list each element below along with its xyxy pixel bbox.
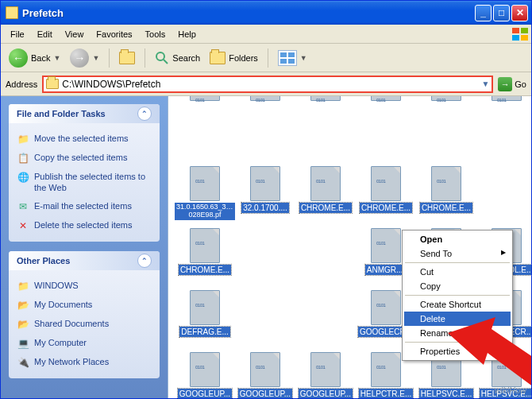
file-item[interactable] [478, 104, 531, 161]
file-item[interactable] [478, 166, 531, 223]
sidebar: File and Folder Tasks ⌃ 📁Move the select… [1, 96, 168, 398]
up-button[interactable] [116, 50, 138, 66]
minimize-button[interactable]: _ [475, 5, 492, 21]
place-item[interactable]: 💻My Computer [17, 334, 152, 353]
file-item[interactable]: CHROME.E... [418, 166, 475, 223]
context-menu-item[interactable]: Copy [404, 279, 511, 293]
file-item[interactable]: DEFRAG.E... [176, 290, 233, 347]
place-label: WINDOWS [34, 280, 79, 291]
file-item[interactable] [176, 104, 233, 161]
chevron-down-icon[interactable]: ▼ [481, 79, 489, 88]
task-item[interactable]: 🌐Publish the selected items to the Web [17, 168, 152, 197]
place-item[interactable]: 📂Shared Documents [17, 315, 152, 334]
task-icon: ✕ [17, 219, 29, 232]
file-item[interactable]: GOOGLEUP... [297, 352, 354, 398]
menu-edit[interactable]: Edit [31, 27, 59, 41]
file-item[interactable]: GOOGLEUP... [237, 352, 294, 398]
menu-help[interactable]: Help [172, 27, 202, 41]
file-item[interactable] [237, 228, 294, 285]
file-icon [371, 228, 401, 263]
file-item[interactable]: CHROME.E... [357, 166, 414, 223]
context-menu-item[interactable]: Open [404, 232, 511, 246]
file-icon [310, 166, 341, 201]
file-label: CHROME.E... [179, 265, 231, 275]
place-item[interactable]: 📁WINDOWS [17, 277, 152, 296]
file-label: CHROME.E... [420, 203, 472, 213]
title-bar[interactable]: Prefetch _ □ ✕ [1, 1, 531, 25]
views-button[interactable]: ▼ [275, 48, 310, 68]
file-label: HELPSVC.E... [419, 389, 473, 398]
file-item[interactable]: 31.0.1650.63_31.0.1650.57_CHR-028E98.pf [176, 166, 233, 223]
tasks-panel: File and Folder Tasks ⌃ 📁Move the select… [9, 104, 160, 242]
explorer-window: Prefetch _ □ ✕ File Edit View Favorites … [0, 0, 532, 399]
file-icon [190, 96, 220, 101]
address-field-wrap: ▼ [42, 76, 493, 93]
place-item[interactable]: 📂My Documents [17, 296, 152, 315]
file-item[interactable]: CHROME.E... [176, 228, 233, 285]
task-icon: 📋 [17, 152, 29, 165]
chevron-down-icon: ▼ [300, 54, 307, 62]
task-label: E-mail the selected items [34, 200, 132, 211]
file-item[interactable] [237, 290, 294, 347]
task-label: Copy the selected items [34, 152, 127, 163]
context-menu-item[interactable]: Rename [404, 326, 511, 340]
file-item[interactable] [297, 290, 354, 347]
task-icon: 🌐 [17, 171, 29, 184]
svg-point-4 [156, 52, 164, 60]
place-icon: 📁 [17, 280, 29, 292]
file-item[interactable]: GOOGLEUP... [176, 352, 233, 398]
context-menu-item[interactable]: Send To [404, 246, 511, 261]
place-item[interactable]: 🔌My Network Places [17, 353, 152, 372]
task-item[interactable]: 📁Move the selected items [17, 130, 152, 149]
search-button[interactable]: Search [152, 49, 203, 67]
folder-icon [210, 52, 226, 64]
task-item[interactable]: ✕Delete the selected items [17, 216, 152, 235]
file-item[interactable] [297, 228, 354, 285]
file-item[interactable] [237, 104, 294, 161]
menu-favorites[interactable]: Favorites [90, 27, 138, 41]
file-item[interactable] [418, 104, 475, 161]
tasks-panel-header[interactable]: File and Folder Tasks ⌃ [9, 104, 160, 123]
go-button[interactable]: → Go [498, 77, 526, 91]
file-item[interactable] [297, 104, 354, 161]
places-panel-header[interactable]: Other Places ⌃ [9, 251, 160, 270]
maximize-button[interactable]: □ [493, 5, 510, 21]
file-item[interactable] [357, 104, 414, 161]
context-menu-item[interactable]: Properties [404, 344, 511, 358]
menu-view[interactable]: View [59, 27, 91, 41]
toolbar: ← Back ▼ → ▼ Search Folders ▼ [1, 44, 531, 72]
file-icon [190, 352, 220, 387]
file-label: CHROME.E... [360, 203, 412, 213]
file-icon [371, 352, 401, 387]
file-icon [250, 96, 280, 101]
context-menu-item[interactable]: Cut [404, 265, 511, 279]
folder-icon [46, 79, 59, 89]
file-icon [190, 228, 220, 263]
task-item[interactable]: 📋Copy the selected items [17, 149, 152, 168]
place-label: Shared Documents [34, 318, 109, 329]
close-button[interactable]: ✕ [511, 5, 528, 21]
chevron-down-icon: ▼ [53, 54, 60, 62]
folders-button[interactable]: Folders [206, 50, 261, 66]
file-label: 32.0.1700.... [241, 203, 289, 213]
place-icon: 📂 [17, 299, 29, 312]
file-item[interactable]: 32.0.1700.... [237, 166, 294, 223]
forward-button[interactable]: → ▼ [67, 47, 102, 69]
task-item[interactable]: ✉E-mail the selected items [17, 197, 152, 216]
svg-rect-1 [521, 28, 528, 33]
back-button[interactable]: ← Back ▼ [6, 47, 64, 69]
file-icon [371, 290, 401, 325]
file-icon [190, 290, 220, 325]
task-label: Move the selected items [34, 133, 129, 144]
place-label: My Documents [34, 299, 92, 310]
file-icon [250, 352, 280, 387]
menu-file[interactable]: File [4, 27, 31, 41]
watermark: wikiHow [495, 385, 526, 395]
address-bar: Address ▼ → Go [1, 72, 531, 96]
context-menu-item[interactable]: Create Shortcut [404, 297, 511, 312]
context-menu-item[interactable]: Delete [404, 312, 511, 326]
menu-tools[interactable]: Tools [139, 27, 172, 41]
file-item[interactable]: CHROME.E... [297, 166, 354, 223]
address-input[interactable] [59, 79, 481, 90]
file-pane[interactable]: 31.0.1650.63_31.0.1650.57_CHR-028E98.pf3… [168, 96, 531, 398]
